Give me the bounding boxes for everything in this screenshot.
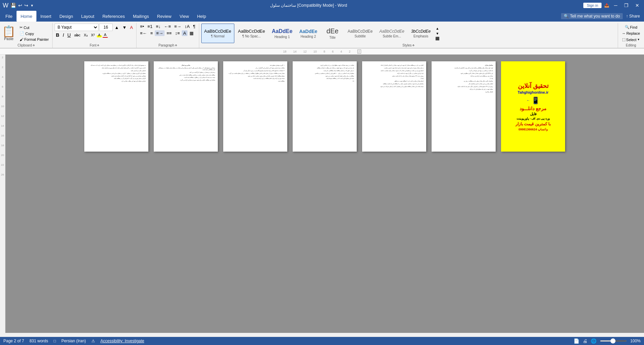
decrease-indent-button[interactable]: ←≡ bbox=[163, 24, 172, 29]
clear-formatting-button[interactable]: A bbox=[129, 25, 135, 30]
style-subtle-emphasis[interactable]: AaBbCcDdEe Subtle Em... bbox=[376, 24, 407, 43]
format-painter-button[interactable]: 🖌 Format Painter bbox=[18, 37, 50, 42]
quick-access-redo[interactable]: ↪ bbox=[24, 3, 28, 8]
menu-insert[interactable]: Insert bbox=[36, 11, 56, 22]
style-subtitle[interactable]: AaBbCcDdEe Subtitle bbox=[345, 24, 376, 43]
copy-icon: 📄 bbox=[20, 31, 24, 36]
bold-button[interactable]: B bbox=[55, 32, 61, 38]
align-right-button[interactable]: ≡→ bbox=[155, 30, 165, 36]
font-family-select[interactable]: B Yaqut bbox=[55, 24, 98, 31]
ad-phone: واتساپ 09981366624 bbox=[519, 128, 548, 131]
menu-file[interactable]: File bbox=[1, 11, 17, 22]
increase-indent-button[interactable]: ≡→ bbox=[173, 24, 183, 29]
minimize-button[interactable]: ─ bbox=[612, 2, 619, 9]
style-title-label: Title bbox=[329, 36, 336, 39]
shading-button[interactable]: A bbox=[182, 30, 187, 36]
menu-review[interactable]: Review bbox=[153, 11, 176, 22]
copy-button[interactable]: 📄 Copy bbox=[18, 31, 50, 36]
page-2-content: مقادیر بین شمال براساس پیشنهادهای ۲ در م… bbox=[154, 61, 218, 86]
menu-home[interactable]: Home bbox=[17, 11, 36, 22]
replace-icon: ↔ bbox=[622, 31, 626, 35]
align-center-button[interactable]: ≡ bbox=[149, 30, 154, 36]
style-subtitle-label: Subtitle bbox=[354, 34, 365, 38]
maximize-button[interactable]: ❐ bbox=[622, 2, 631, 9]
style-title[interactable]: dEe Title bbox=[321, 24, 344, 43]
paragraph-group: ≡• ≡1 ≡↓ ←≡ ≡→ ↕A ¶ ≡← ≡ ≡→ ≡≡ ↕≡ A ▦ bbox=[137, 23, 199, 48]
sort-button[interactable]: ↕A bbox=[183, 24, 191, 29]
close-button[interactable]: ✕ bbox=[633, 2, 641, 9]
editing-group: 🔍 Find ↔ Replace ⬚ Select ▼ Editing bbox=[618, 23, 644, 48]
cut-button[interactable]: ✂ Cut bbox=[18, 25, 50, 30]
line-spacing-button[interactable]: ↕≡ bbox=[174, 30, 181, 36]
page-7-ad[interactable]: تحقیق آنلاین Tahghighonline.ir 📱 ← مرجع … bbox=[501, 61, 565, 152]
styles-list: AaBbCcDdEe ¶ Normal AaBbCcDdEe ¶ No Spac… bbox=[201, 24, 434, 43]
style-subtle-emphasis-label: Subtle Em... bbox=[383, 34, 401, 38]
font-size-increase-button[interactable]: ▲ bbox=[113, 25, 120, 30]
sign-in-button[interactable]: Sign in bbox=[583, 3, 602, 8]
italic-button[interactable]: I bbox=[61, 32, 65, 38]
find-button[interactable]: 🔍 Find bbox=[623, 25, 639, 30]
page-5[interactable]: کامل می دارد دو مطالعه معادل که جهت این … bbox=[362, 61, 426, 152]
paragraph-group-label[interactable]: Paragraph ⬘ bbox=[139, 43, 197, 48]
underline-button[interactable]: U bbox=[66, 32, 72, 38]
show-formatting-button[interactable]: ¶ bbox=[192, 24, 197, 29]
page-2[interactable]: مقادیر بین شمال براساس پیشنهادهای ۲ در م… bbox=[154, 61, 218, 152]
page-4[interactable]: شناخت در زمینه معادلات جهت مطلع ایران در… bbox=[293, 61, 357, 152]
page-6[interactable]: ساختمان سازان اول: اول معادل های مطالعات… bbox=[432, 61, 496, 152]
style-normal[interactable]: AaBbCcDdEe ¶ Normal bbox=[201, 24, 234, 43]
subscript-button[interactable]: X₂ bbox=[83, 33, 89, 38]
styles-group-label[interactable]: Styles ⬘ bbox=[201, 43, 616, 48]
ad-logo-row: 📱 ← bbox=[527, 96, 540, 104]
style-heading1-label: Heading 1 bbox=[274, 35, 290, 39]
text-highlight-button[interactable]: A bbox=[97, 33, 102, 37]
font-group-label[interactable]: Font ⬘ bbox=[55, 43, 134, 48]
quick-access-undo[interactable]: ↩ bbox=[18, 3, 22, 8]
menu-layout[interactable]: Layout bbox=[77, 11, 98, 22]
editing-group-label[interactable]: Editing bbox=[620, 43, 642, 48]
replace-button[interactable]: ↔ Replace bbox=[620, 31, 642, 36]
page-3[interactable]: ۱. کاربرد پوشش سطوح شد ساختار درجه حرارت… bbox=[223, 61, 287, 152]
align-left-button[interactable]: ≡← bbox=[139, 30, 148, 36]
style-nospace-label: ¶ No Spac... bbox=[242, 34, 261, 38]
clipboard-group: 📋 Paste ✂ Cut 📄 Copy 🖌 Format Painter bbox=[0, 23, 53, 48]
style-nospace[interactable]: AaBbCcDdEe ¶ No Spac... bbox=[235, 24, 268, 43]
superscript-button[interactable]: X² bbox=[90, 33, 96, 37]
menu-view[interactable]: View bbox=[175, 11, 193, 22]
page-1[interactable]: به موضوع قراردادها در بیک کارکنان با پاک… bbox=[84, 61, 148, 152]
justify-button[interactable]: ≡≡ bbox=[165, 30, 173, 36]
ad-site: Tahghighonline.ir bbox=[518, 90, 548, 94]
styles-scroll-up-button[interactable]: ▲ bbox=[434, 26, 441, 31]
styles-expand-button[interactable]: ⬛ bbox=[434, 36, 441, 41]
menu-references[interactable]: References bbox=[98, 11, 129, 22]
page-4-content: شناخت در زمینه معادلات جهت مطلع ایران در… bbox=[293, 61, 357, 87]
quick-access-save[interactable]: 💾 bbox=[10, 3, 16, 8]
bullet-list-button[interactable]: ≡• bbox=[139, 24, 145, 29]
style-heading2-label: Heading 2 bbox=[300, 35, 316, 38]
border-button[interactable]: ▦ bbox=[188, 30, 195, 36]
document-area[interactable]: به موضوع قراردادها در بیک کارکنان با پاک… bbox=[5, 55, 644, 333]
share-button[interactable]: ↑ Share bbox=[623, 13, 643, 19]
style-heading1[interactable]: AaDdEe Heading 1 bbox=[269, 24, 295, 43]
paste-button[interactable]: Paste bbox=[4, 37, 13, 41]
font-color-button[interactable]: A bbox=[103, 32, 108, 38]
menu-bar: File Home Insert Design Layout Reference… bbox=[0, 11, 644, 22]
style-heading1-preview: AaDdEe bbox=[272, 28, 292, 34]
numbered-list-button[interactable]: ≡1 bbox=[146, 24, 154, 29]
menu-mailings[interactable]: Mailings bbox=[129, 11, 153, 22]
menu-help[interactable]: Help bbox=[193, 11, 210, 22]
styles-expand-icon: ⬘ bbox=[412, 44, 414, 47]
clipboard-group-label[interactable]: Clipboard ⬘ bbox=[2, 43, 50, 48]
font-size-decrease-button[interactable]: ▼ bbox=[121, 25, 128, 30]
select-button[interactable]: ⬚ Select ▼ bbox=[620, 37, 642, 42]
quick-access-dropdown[interactable]: ▼ bbox=[30, 4, 34, 7]
style-emphasis[interactable]: 3bCcDdEe Emphasis bbox=[408, 24, 434, 43]
styles-scroll-down-button[interactable]: ▼ bbox=[434, 31, 441, 36]
cut-icon: ✂ bbox=[20, 25, 23, 30]
multilevel-list-button[interactable]: ≡↓ bbox=[154, 24, 162, 29]
font-size-input[interactable] bbox=[99, 24, 113, 31]
style-heading2[interactable]: AaDdEe Heading 2 bbox=[296, 24, 320, 43]
menu-design[interactable]: Design bbox=[55, 11, 77, 22]
strikethrough-button[interactable]: ab̶c bbox=[73, 33, 82, 38]
main-content: 224 6810 121416 182022 26 به موضوع قرارد… bbox=[0, 55, 644, 333]
title-bar-left: W 💾 ↩ ↪ ▼ bbox=[3, 2, 34, 9]
